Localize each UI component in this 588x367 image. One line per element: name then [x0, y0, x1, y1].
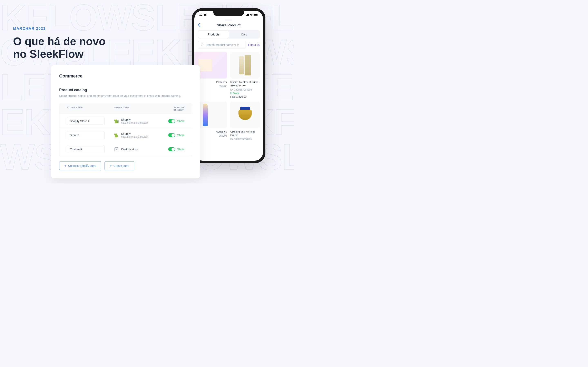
store-type-name: Shopify [121, 132, 148, 135]
phone-screen: 12:48 Share Product Products Cart Searc [194, 11, 263, 161]
product-id: ID: 1090283058205 [230, 88, 260, 91]
back-button[interactable] [198, 23, 200, 28]
product-stock: In Stock [230, 92, 260, 95]
col-store-type: STORE TYPE [114, 106, 173, 111]
store-type-name: Shopify [121, 118, 148, 121]
status-time: 12:48 [199, 13, 207, 16]
panel-title: Commerce [59, 73, 192, 79]
product-id: ID: 1090283058205 [230, 138, 260, 141]
phone-notch [213, 11, 244, 16]
store-type-cell: Custom store [114, 147, 138, 151]
filters-button[interactable]: Filters [248, 43, 260, 47]
commerce-panel: Commerce Product catalog Share product d… [51, 65, 200, 178]
search-row: Search product name or id Filters [198, 41, 260, 49]
store-name-input[interactable]: Store B [67, 131, 104, 139]
shopify-icon [114, 133, 119, 137]
show-label: Show [177, 133, 184, 137]
search-placeholder: Search product name or id [206, 43, 239, 47]
page-title: O que há de novo no SleekFlow [13, 35, 105, 60]
search-input[interactable]: Search product name or id [198, 41, 246, 49]
chevron-left-icon [198, 23, 200, 27]
table-row: Shopify Store A Shopify http://store-a.s… [60, 114, 192, 128]
phone-header: Share Product [194, 23, 263, 30]
status-icons [246, 14, 258, 16]
bag-icon [114, 147, 119, 151]
svg-rect-6 [258, 14, 258, 15]
shopify-icon [114, 119, 119, 123]
signal-icon [246, 14, 249, 16]
search-icon [201, 43, 204, 47]
show-label: Show [177, 148, 184, 151]
display-cell: Show [168, 133, 184, 137]
catalog-section-title: Product catalog [59, 88, 192, 92]
connect-shopify-button[interactable]: + Connect Shopify store [59, 161, 101, 170]
table-header: STORE NAME STORE TYPE DISPLAY IN INBOX [60, 103, 192, 114]
phone-title: Share Product [217, 23, 241, 27]
svg-point-7 [201, 44, 203, 46]
col-display: DISPLAY IN INBOX [173, 106, 184, 111]
store-type-url: http://store-a.shopify.com [121, 135, 148, 138]
store-name-input[interactable]: Custom A [67, 145, 104, 153]
plus-icon: + [64, 164, 67, 167]
sliders-icon [257, 43, 260, 46]
store-name-input[interactable]: Shopify Store A [67, 117, 104, 125]
store-type-url: http://store-a.shopify.com [121, 121, 148, 124]
display-toggle[interactable] [168, 119, 175, 123]
svg-rect-5 [254, 14, 257, 16]
col-store-name: STORE NAME [67, 106, 114, 111]
show-label: Show [177, 119, 184, 123]
tab-bar: Products Cart [198, 30, 260, 39]
product-image [230, 101, 260, 128]
svg-rect-2 [247, 14, 248, 16]
header-section: MARCHAR 2023 O que há de novo no SleekFl… [13, 26, 105, 60]
create-store-button[interactable]: + Create store [104, 161, 134, 170]
product-price: HK$ 1,300.00 [230, 95, 260, 98]
display-toggle[interactable] [168, 147, 175, 151]
display-cell: Show [168, 119, 184, 123]
store-type-cell: Shopify http://store-a.shopify.com [114, 118, 148, 124]
tab-products[interactable]: Products [198, 31, 229, 38]
product-name: Uplifting and Firming Cream [230, 130, 260, 137]
wifi-icon [250, 14, 253, 16]
plus-icon: + [110, 164, 112, 167]
svg-rect-0 [246, 15, 246, 16]
catalog-section-desc: Share product details and create payment… [59, 94, 192, 98]
product-image [230, 52, 260, 78]
product-card[interactable]: Infinite Treatment Primer SPF30 PA++ ID:… [230, 52, 260, 98]
store-type-cell: Shopify http://store-a.shopify.com [114, 132, 148, 138]
product-name: Infinite Treatment Primer SPF30 PA++ [230, 81, 260, 87]
display-cell: Show [168, 147, 184, 151]
svg-rect-1 [246, 15, 247, 16]
action-buttons: + Connect Shopify store + Create store [59, 161, 192, 170]
date-label: MARCHAR 2023 [13, 26, 105, 31]
tab-cart[interactable]: Cart [229, 31, 259, 38]
store-type-name: Custom store [121, 148, 138, 151]
display-toggle[interactable] [168, 133, 175, 137]
catalog-table: STORE NAME STORE TYPE DISPLAY IN INBOX S… [59, 103, 192, 156]
table-row: Custom A Custom store Show [60, 142, 192, 156]
drag-handle[interactable] [225, 20, 232, 20]
product-card[interactable]: Uplifting and Firming Cream ID: 10902830… [230, 101, 260, 141]
product-grid: Protector 058205 Infinite Treatment Prim… [194, 52, 263, 141]
phone-mockup: 12:48 Share Product Products Cart Searc [192, 8, 265, 163]
battery-icon [254, 14, 258, 16]
table-row: Store B Shopify http://store-a.shopify.c… [60, 128, 192, 142]
svg-rect-3 [248, 14, 249, 16]
